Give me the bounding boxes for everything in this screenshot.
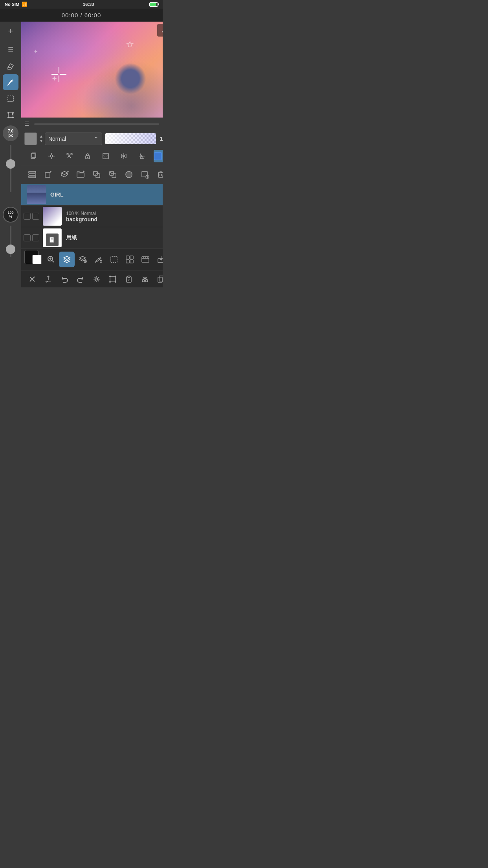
color-swatch-btn[interactable]: ▲ ▼ (154, 150, 163, 162)
opacity-slider[interactable] (3, 224, 18, 286)
svg-rect-31 (111, 256, 117, 263)
color-swatches[interactable] (24, 250, 43, 269)
move-layer-in-btn[interactable] (90, 167, 104, 182)
layer-list-btn[interactable] (25, 167, 39, 182)
opacity-bar (105, 133, 156, 144)
bg-checkboxes[interactable] (21, 213, 42, 220)
eraser-tool[interactable] (3, 58, 18, 74)
layer-item-girl[interactable]: GIRL (21, 184, 163, 206)
flip-h-icon (119, 152, 128, 160)
opacity-value: 100 (7, 211, 13, 215)
move-layer-out-btn[interactable] (106, 167, 120, 182)
opacity-slider-thumb[interactable] (6, 245, 15, 254)
undo-btn[interactable] (57, 272, 72, 286)
layer-item-background[interactable]: 100 % Normal background ≡ (21, 206, 163, 227)
undo-icon (60, 275, 69, 283)
girl-thumbnail (27, 185, 46, 204)
add-raster-layer-btn[interactable] (41, 167, 55, 182)
bg-thumbnail (43, 207, 62, 226)
bg-layer-menu[interactable]: ≡ (161, 209, 163, 224)
background-color-swatch[interactable] (32, 255, 42, 264)
layer-item-paper[interactable]: 用紙 ≡ (21, 227, 163, 249)
svg-rect-22 (112, 174, 116, 178)
layer-transform-btn[interactable] (45, 150, 58, 162)
hamburger-menu-icon[interactable]: ☰ (24, 121, 29, 127)
clipboard-btn[interactable] (122, 272, 136, 286)
scroll-bar[interactable] (34, 123, 159, 125)
expand-icon: ⤢ (161, 27, 163, 34)
pen-icon (6, 78, 15, 86)
animation-icon (141, 255, 150, 264)
effect-btn[interactable] (90, 272, 104, 286)
blend-mode-select[interactable]: Normal ⌃ (45, 132, 102, 145)
brush-size-indicator[interactable]: 7.0 px (3, 125, 18, 141)
copy-layer-icon-btn[interactable] (27, 150, 40, 162)
mask-layer-btn[interactable] (122, 167, 136, 182)
arrow-down[interactable]: ▼ (39, 139, 43, 143)
paper-visibility-check[interactable] (24, 234, 31, 241)
paper-thumbnail (43, 228, 62, 247)
svg-point-10 (67, 153, 68, 155)
canvas-wrapper[interactable]: ☆ ✦ ✦ (21, 22, 163, 118)
paper-layer-menu[interactable]: ≡ (161, 231, 163, 245)
layers-btn[interactable] (59, 252, 75, 267)
svg-point-41 (115, 276, 116, 277)
selection-mode-btn[interactable] (106, 252, 122, 267)
export-btn[interactable] (153, 252, 163, 267)
clone-layer-btn[interactable] (138, 167, 152, 182)
transparency-lock-btn[interactable] (99, 150, 112, 162)
flip-h-btn[interactable] (117, 150, 130, 162)
lock-layer-btn[interactable] (81, 150, 94, 162)
layer-arrows[interactable]: ▲ ▼ (39, 134, 43, 143)
close-btn[interactable] (25, 272, 39, 286)
selection-tool[interactable] (3, 91, 18, 107)
flip-v-btn[interactable] (136, 150, 148, 162)
timer-display: 00:00 / 60:00 (62, 12, 101, 18)
grid-btn[interactable] (122, 252, 138, 267)
arrow-up[interactable]: ▲ (39, 134, 43, 139)
carrier-text: No SIM (5, 2, 19, 7)
paper-lock-check[interactable] (32, 234, 39, 241)
brush-settings-btn[interactable] (90, 252, 106, 267)
delete-layer-btn[interactable] (154, 167, 163, 182)
character-head (115, 63, 146, 94)
paste-btn[interactable] (154, 272, 163, 286)
eraser-icon (6, 61, 15, 70)
menu-button[interactable]: ☰ (3, 41, 18, 57)
opacity-indicator[interactable]: 100 % (3, 207, 18, 223)
transform-tool[interactable] (3, 107, 18, 123)
export-icon (156, 255, 163, 264)
add-group-btn[interactable] (73, 167, 88, 182)
pen-tool[interactable] (3, 74, 18, 90)
size-slider-thumb[interactable] (6, 159, 15, 169)
cut-btn[interactable] (138, 272, 152, 286)
layer-color-preview[interactable] (24, 132, 37, 145)
color-swatch-preview (154, 152, 162, 160)
clip-layer-btn[interactable] (63, 150, 76, 162)
expand-canvas-button[interactable]: ⤢ (157, 24, 163, 37)
canvas-bottom-bar: ☰ ⊙ (21, 118, 163, 130)
svg-point-40 (109, 276, 111, 277)
bg-lock-check[interactable] (32, 213, 39, 220)
bottom-toolbar (21, 249, 163, 270)
opacity-unit: % (9, 215, 12, 219)
transform-free-btn[interactable] (106, 272, 120, 286)
paper-checkboxes[interactable] (21, 234, 42, 241)
paper-icon (46, 234, 59, 246)
fill-btn[interactable] (41, 272, 55, 286)
opacity-bar-container[interactable] (105, 133, 156, 144)
brush-settings-icon (94, 255, 103, 264)
animation-btn[interactable] (138, 252, 153, 267)
size-slider[interactable] (3, 143, 18, 205)
layer-settings-icon (78, 255, 87, 264)
quick-select-btn[interactable] (43, 252, 59, 267)
add-3d-layer-btn[interactable] (57, 167, 72, 182)
redo-btn[interactable] (73, 272, 88, 286)
layer-transform-icon (47, 152, 56, 160)
layer-settings-btn[interactable] (75, 252, 90, 267)
svg-rect-48 (158, 277, 162, 282)
mask-icon (124, 170, 134, 179)
add-button[interactable]: + (3, 23, 18, 39)
bg-visibility-check[interactable] (24, 213, 31, 220)
star-3: ✦ (33, 48, 38, 55)
